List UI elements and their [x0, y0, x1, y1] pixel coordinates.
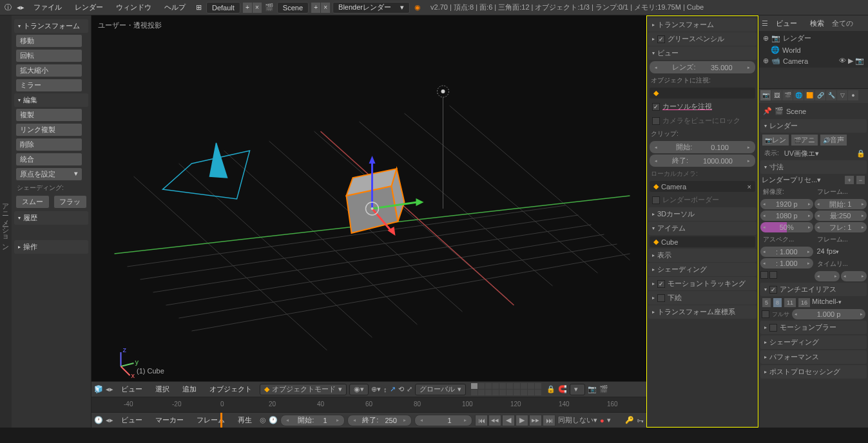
- join-button[interactable]: 統合: [15, 153, 82, 166]
- new-map[interactable]: [841, 271, 867, 281]
- crop-check[interactable]: [769, 271, 777, 279]
- tab-material-icon[interactable]: ●: [848, 90, 858, 100]
- asp-y[interactable]: : 1.000: [760, 258, 813, 269]
- transform-panel-header[interactable]: トランスフォーム: [14, 19, 88, 33]
- fps-select[interactable]: 24 fps▾: [815, 247, 867, 257]
- menu-view[interactable]: ビュー: [116, 384, 148, 394]
- autokey-icon[interactable]: ●: [600, 417, 604, 424]
- np-item[interactable]: アイテム: [648, 222, 757, 235]
- engine-select[interactable]: Blenderレンダー▾: [333, 2, 410, 14]
- layers-grid[interactable]: [471, 383, 541, 395]
- lock-cursor-check[interactable]: [652, 103, 660, 111]
- menu-render[interactable]: レンダー: [70, 3, 108, 12]
- res-x[interactable]: 1920 p: [760, 199, 813, 209]
- tab-constraint-icon[interactable]: 🔗: [815, 90, 825, 100]
- pin-icon[interactable]: 📌: [763, 107, 772, 115]
- tab-layers-icon[interactable]: 🖼: [771, 90, 782, 100]
- menu-file[interactable]: ファイル: [28, 3, 67, 12]
- np-orient[interactable]: トランスフォーム座標系: [648, 305, 757, 319]
- clip-start[interactable]: 開始:0.100: [650, 141, 755, 153]
- smooth-button[interactable]: スムー: [15, 195, 50, 209]
- lock-cam-check[interactable]: [652, 117, 660, 125]
- menu-select[interactable]: 選択: [150, 384, 175, 394]
- lock-obj-field[interactable]: ◆: [650, 88, 755, 99]
- lock-cam-row[interactable]: カメラをビューにロック: [648, 114, 757, 127]
- key-insert-icon[interactable]: 🔑: [625, 416, 634, 424]
- frame-end[interactable]: 最:250: [815, 211, 867, 221]
- old-map[interactable]: [815, 271, 840, 281]
- scene-icon[interactable]: 🎬: [264, 3, 275, 13]
- asp-x[interactable]: : 1.000: [760, 247, 813, 257]
- orientation-select[interactable]: グローバル▾: [415, 384, 466, 395]
- scale-button[interactable]: 拡大縮小: [15, 64, 82, 77]
- res-y[interactable]: 1080 p: [760, 211, 813, 221]
- rotate-button[interactable]: 回転: [15, 49, 82, 62]
- preset-add[interactable]: +: [844, 175, 854, 185]
- aa-16[interactable]: 16: [798, 297, 811, 308]
- item-name-field[interactable]: ◆Cube: [650, 236, 755, 247]
- gpencil-check[interactable]: [657, 35, 665, 43]
- tl-playback[interactable]: 再生: [233, 415, 257, 425]
- display-select[interactable]: UV画像エ▾: [784, 149, 854, 158]
- tab-modifier-icon[interactable]: 🔧: [826, 90, 836, 100]
- edit-panel-header[interactable]: 編集: [14, 93, 88, 107]
- scene-add[interactable]: +: [311, 3, 320, 13]
- render-preview-icon[interactable]: 📷: [588, 385, 597, 393]
- render-border-check[interactable]: [652, 196, 660, 204]
- clapper-icon[interactable]: 🎬: [599, 385, 608, 393]
- post-section[interactable]: ポストプロセッシング: [760, 365, 867, 379]
- mblur-check[interactable]: [769, 324, 777, 332]
- aa-filter[interactable]: Mitchell-▾: [812, 297, 865, 308]
- layout-select[interactable]: Default: [206, 2, 240, 14]
- tab-object-icon[interactable]: 🟧: [804, 90, 815, 100]
- scene-select[interactable]: Scene: [277, 2, 309, 14]
- tab-world-icon[interactable]: 🌐: [793, 90, 804, 100]
- local-cam-field[interactable]: ◆Camera×: [650, 181, 755, 192]
- scene-del[interactable]: ×: [321, 3, 330, 13]
- menu-collapse-icon[interactable]: ◂▸: [106, 385, 113, 393]
- outliner-search[interactable]: 検索: [805, 19, 829, 28]
- info-icon[interactable]: ⓘ: [3, 3, 13, 13]
- tl-marker[interactable]: マーカー: [150, 415, 189, 425]
- outliner-filter[interactable]: 全ての: [832, 19, 853, 28]
- np-view[interactable]: ビュー: [648, 46, 757, 60]
- mblur-section[interactable]: モーションブラー: [760, 321, 867, 334]
- aa-8[interactable]: 8: [773, 297, 782, 308]
- menu-window[interactable]: ウィンドウ: [111, 3, 157, 12]
- history-panel-header[interactable]: 履歴: [14, 211, 88, 225]
- perf-section[interactable]: パフォーマンス: [760, 350, 867, 364]
- aa-check[interactable]: [769, 286, 777, 294]
- np-bgimg[interactable]: 下絵: [648, 291, 757, 305]
- close-icon[interactable]: ×: [747, 183, 751, 191]
- tl-view[interactable]: ビュー: [116, 415, 148, 425]
- mode-select[interactable]: ◆オブジェクトモード▾: [260, 384, 347, 395]
- border-check[interactable]: [760, 271, 768, 279]
- render-tab[interactable]: 📷レン: [762, 134, 789, 146]
- pivot-icon[interactable]: ⊕▾: [371, 385, 381, 393]
- fullsa-check[interactable]: [762, 310, 769, 318]
- play-rev-icon[interactable]: ◀: [502, 415, 515, 426]
- keyframe-prev-icon[interactable]: ◂◂: [488, 415, 501, 426]
- snap-icon[interactable]: 🧲: [558, 385, 567, 393]
- frame-start[interactable]: 開始:1: [280, 415, 345, 426]
- manip-rot-icon[interactable]: ⟲: [398, 385, 404, 393]
- np-display[interactable]: 表示: [648, 249, 757, 262]
- menu-object[interactable]: オブジェクト: [204, 384, 257, 394]
- lock-icon[interactable]: 🔒: [546, 385, 555, 393]
- bgimg-check[interactable]: [657, 294, 665, 302]
- operator-panel-header[interactable]: 操作: [14, 240, 88, 254]
- editor-type-icon[interactable]: 🧊: [94, 385, 103, 393]
- lens-field[interactable]: レンズ:35.000: [650, 61, 755, 73]
- sync-select[interactable]: 同期しない▾: [558, 415, 597, 425]
- lock-cursor-row[interactable]: カーソルを注視: [648, 100, 757, 113]
- tab-render-icon[interactable]: 📷: [760, 90, 771, 100]
- aa-5[interactable]: 5: [762, 297, 771, 308]
- layout-del[interactable]: ×: [253, 3, 262, 13]
- np-cursor[interactable]: 3Dカーソル: [648, 207, 757, 221]
- duplicate-button[interactable]: 複製: [15, 108, 82, 122]
- layout-icon[interactable]: ⊞: [193, 3, 204, 13]
- jump-end-icon[interactable]: ⏭: [543, 415, 555, 426]
- range-icon[interactable]: ◎: [260, 416, 266, 424]
- snap-type[interactable]: ▾: [570, 384, 585, 395]
- frame-start[interactable]: 開始: 1: [815, 199, 867, 209]
